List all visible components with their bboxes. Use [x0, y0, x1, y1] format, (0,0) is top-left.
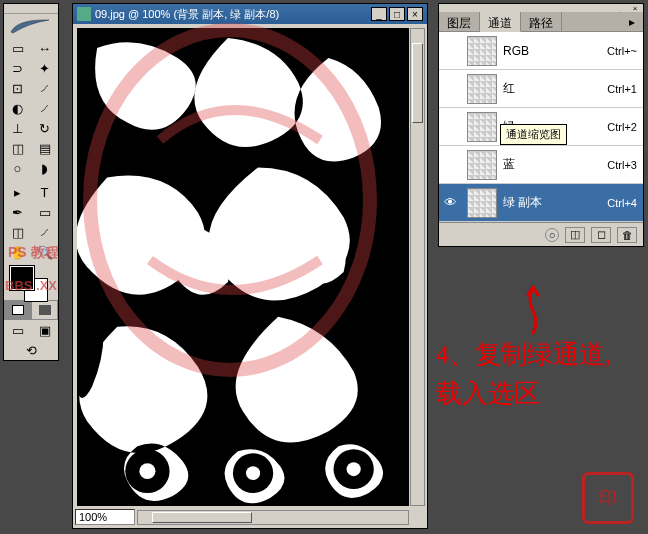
annotation-arrow — [518, 285, 548, 335]
channel-shortcut: Ctrl+~ — [607, 45, 637, 57]
quickmask-mode-button[interactable] — [31, 300, 58, 320]
channel-name: 蓝 — [503, 156, 607, 173]
canvas[interactable] — [77, 28, 409, 506]
history-brush-tool[interactable]: ↻ — [31, 118, 58, 138]
save-selection-button[interactable]: ◫ — [565, 227, 585, 243]
stamp-seal: 印 — [582, 472, 634, 524]
screen-mode-standard[interactable]: ▭ — [4, 320, 31, 340]
maximize-button[interactable]: □ — [389, 7, 405, 21]
channel-row-red[interactable]: 红 Ctrl+1 — [439, 70, 643, 108]
app-logo-feather — [4, 14, 58, 38]
channel-thumbnail[interactable] — [467, 188, 497, 218]
channel-thumbnail[interactable] — [467, 150, 497, 180]
color-swatches[interactable] — [4, 262, 58, 300]
channel-name: RGB — [503, 44, 607, 58]
channel-shortcut: Ctrl+1 — [607, 83, 637, 95]
panel-minimize-button[interactable]: _ — [617, 4, 629, 12]
svg-point-6 — [347, 462, 361, 476]
channel-thumbnail[interactable] — [467, 112, 497, 142]
panel-close-button[interactable]: × — [629, 4, 641, 12]
path-select-tool[interactable]: ▸ — [4, 182, 31, 202]
tool-grid: ▭ ↔ ⊃ ✦ ⊡ ⟋ ◐ ⟋ ⊥ ↻ ◫ ▤ ○ ◗ ▸ T ✒ ▭ ◫ ⟋ … — [4, 38, 58, 262]
jump-to-button[interactable]: ⟲ — [4, 340, 58, 360]
shape-tool[interactable]: ▭ — [31, 202, 58, 222]
heal-tool[interactable]: ◐ — [4, 98, 31, 118]
titlebar[interactable]: 09.jpg @ 100% (背景 副本, 绿 副本/8) _ □ × — [73, 4, 427, 24]
blur-tool[interactable]: ○ — [4, 158, 31, 178]
minimize-button[interactable]: _ — [371, 7, 387, 21]
panel-menu-button[interactable]: ▸ — [621, 12, 643, 31]
visibility-toggle[interactable]: 👁 — [439, 195, 461, 210]
brush-tool[interactable]: ⟋ — [31, 98, 58, 118]
wand-tool[interactable]: ✦ — [31, 58, 58, 78]
marquee-tool[interactable]: ▭ — [4, 38, 31, 58]
channel-row-green-copy[interactable]: 👁 绿 副本 Ctrl+4 — [439, 184, 643, 222]
lasso-tool[interactable]: ⊃ — [4, 58, 31, 78]
status-bar: 100% — [75, 508, 409, 526]
horizontal-scrollbar[interactable] — [137, 510, 409, 525]
channel-name: 绿 副本 — [503, 194, 607, 211]
tab-layers[interactable]: 图层 — [439, 12, 480, 31]
standard-mode-button[interactable] — [4, 300, 31, 320]
crop-tool[interactable]: ⊡ — [4, 78, 31, 98]
notes-tool[interactable]: ◫ — [4, 222, 31, 242]
gradient-tool[interactable]: ▤ — [31, 138, 58, 158]
channel-thumbnail[interactable] — [467, 74, 497, 104]
tab-channels[interactable]: 通道 — [480, 12, 521, 32]
dodge-tool[interactable]: ◗ — [31, 158, 58, 178]
panel-button-bar: ○ ◫ ◻ 🗑 — [439, 222, 643, 246]
move-tool[interactable]: ↔ — [31, 38, 58, 58]
channel-shortcut: Ctrl+3 — [607, 159, 637, 171]
channel-shortcut: Ctrl+2 — [607, 121, 637, 133]
document-title: 09.jpg @ 100% (背景 副本, 绿 副本/8) — [95, 7, 371, 22]
load-selection-button[interactable]: ○ — [545, 228, 559, 242]
channel-thumbnail[interactable] — [467, 36, 497, 66]
eraser-tool[interactable]: ◫ — [4, 138, 31, 158]
slice-tool[interactable]: ⟋ — [31, 78, 58, 98]
pen-tool[interactable]: ✒ — [4, 202, 31, 222]
document-icon — [77, 7, 91, 21]
panel-tabs: 图层 通道 路径 ▸ — [439, 12, 643, 32]
svg-point-5 — [246, 466, 260, 480]
channel-row-rgb[interactable]: RGB Ctrl+~ — [439, 32, 643, 70]
toolbox-panel: ▭ ↔ ⊃ ✦ ⊡ ⟋ ◐ ⟋ ⊥ ↻ ◫ ▤ ○ ◗ ▸ T ✒ ▭ ◫ ⟋ … — [3, 3, 59, 361]
tab-paths[interactable]: 路径 — [521, 12, 562, 31]
channel-row-blue[interactable]: 蓝 Ctrl+3 — [439, 146, 643, 184]
channel-name: 红 — [503, 80, 607, 97]
delete-channel-button[interactable]: 🗑 — [617, 227, 637, 243]
tooltip: 通道缩览图 — [500, 124, 567, 145]
zoom-tool[interactable]: 🔍 — [31, 242, 58, 262]
hand-tool[interactable]: ✋ — [4, 242, 31, 262]
close-button[interactable]: × — [407, 7, 423, 21]
vertical-scrollbar[interactable] — [410, 28, 425, 506]
screen-mode-full[interactable]: ▣ — [31, 320, 58, 340]
toolbox-drag-handle[interactable] — [4, 4, 58, 14]
annotation-text: 4、复制绿通道,载入选区 — [436, 335, 636, 413]
type-tool[interactable]: T — [31, 182, 58, 202]
channel-shortcut: Ctrl+4 — [607, 197, 637, 209]
new-channel-button[interactable]: ◻ — [591, 227, 611, 243]
stamp-tool[interactable]: ⊥ — [4, 118, 31, 138]
document-window: 09.jpg @ 100% (背景 副本, 绿 副本/8) _ □ × 100% — [72, 3, 428, 529]
foreground-color-swatch[interactable] — [10, 266, 34, 290]
zoom-field[interactable]: 100% — [75, 509, 135, 525]
svg-point-4 — [139, 463, 155, 479]
eyedropper-tool[interactable]: ⟋ — [31, 222, 58, 242]
